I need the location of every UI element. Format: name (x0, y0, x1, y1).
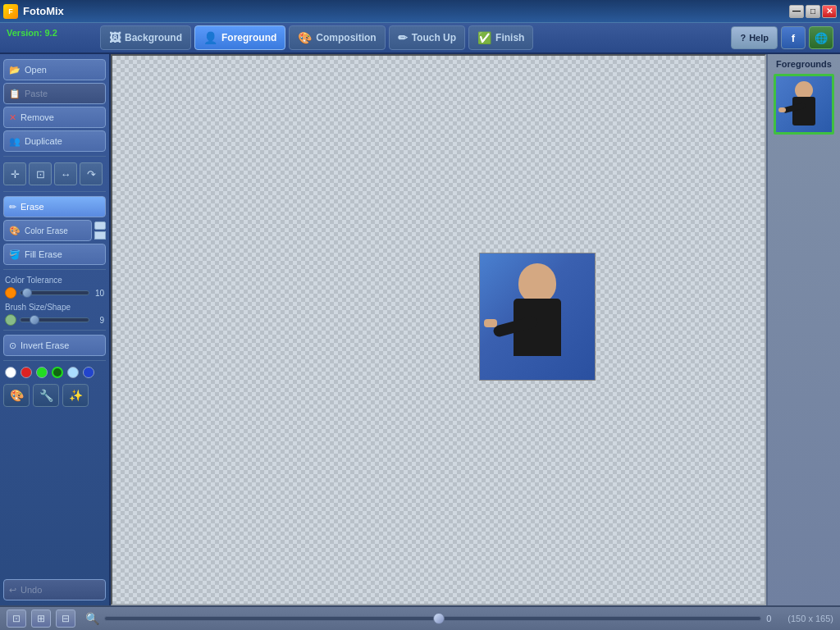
transform-tools: ✛ ⊡ ↔ ↷ (3, 161, 106, 187)
color-erase-label: Color Erase (25, 226, 68, 235)
tab-composition[interactable]: 🎨 Composition (289, 25, 385, 50)
main-layout: 📂 Open 📋 Paste ✕ Remove 👥 Duplicate ✛ ⊡ … (0, 54, 840, 605)
finish-icon: ✅ (477, 31, 491, 44)
fg-thumb-inner (776, 76, 832, 132)
tab-background[interactable]: 🖼 Background (100, 25, 191, 50)
color-tolerance-thumb[interactable] (22, 288, 32, 298)
zoom-fit-button[interactable]: ⊡ (7, 609, 26, 628)
fill-erase-button[interactable]: 🪣 Fill Erase (3, 244, 106, 265)
close-button[interactable]: ✕ (822, 5, 837, 18)
color-erase-button[interactable]: 🎨 Color Erase (3, 220, 92, 241)
canvas-inner[interactable] (111, 54, 766, 605)
background-label: Background (125, 32, 182, 43)
paste-label: Paste (25, 89, 48, 98)
foregrounds-title: Foregrounds (776, 59, 832, 69)
brush-size-slider-row: 9 (3, 314, 106, 326)
invert-erase-label: Invert Erase (21, 340, 69, 350)
divider-5 (3, 360, 106, 361)
brush-shapes (94, 221, 106, 240)
grid-icon: ⊞ (37, 613, 45, 624)
color-adjust-tool[interactable]: 🔧 (33, 384, 59, 407)
brush-size-label: Brush Size/Shape (3, 301, 106, 312)
right-panel: Foregrounds (766, 54, 840, 605)
zoom-tiles-button[interactable]: ⊟ (56, 609, 75, 628)
tolerance-decrease[interactable] (5, 287, 16, 299)
fit-icon: ⊡ (12, 613, 21, 624)
foreground-thumbnail[interactable] (774, 74, 834, 135)
open-icon: 📂 (9, 65, 21, 75)
background-icon: 🖼 (109, 31, 121, 44)
divider-2 (3, 191, 106, 192)
color-erase-row: 🎨 Color Erase (3, 220, 106, 241)
move-tool[interactable]: ✛ (3, 162, 26, 185)
duplicate-button[interactable]: 👥 Duplicate (3, 130, 106, 152)
paste-button[interactable]: 📋 Paste (3, 83, 106, 104)
facebook-button[interactable]: f (781, 26, 806, 49)
zoom-out-icon[interactable]: 🔍 (85, 612, 99, 625)
tab-foreground[interactable]: 👤 Foreground (194, 25, 285, 50)
erase-button[interactable]: ✏ Erase (3, 196, 106, 217)
color-dark-green[interactable] (52, 367, 63, 378)
mini-body (792, 97, 815, 126)
color-tools-row: 🎨 🔧 ✨ (3, 382, 106, 409)
help-icon: ? (740, 33, 746, 43)
person-image-inner (480, 253, 595, 380)
foreground-label: Foreground (221, 32, 276, 43)
duplicate-icon: 👥 (9, 136, 21, 147)
window-controls: — □ ✕ (789, 5, 837, 18)
version-text: Version: 9.2 (7, 28, 57, 38)
zoom-grid-button[interactable]: ⊞ (31, 609, 51, 628)
finish-label: Finish (495, 32, 524, 43)
color-tolerance-track[interactable] (20, 290, 89, 295)
tab-touchup[interactable]: ✏ Touch Up (389, 25, 465, 50)
minimize-button[interactable]: — (789, 5, 804, 18)
open-label: Open (25, 65, 47, 75)
color-light-blue[interactable] (67, 367, 79, 378)
tab-finish[interactable]: ✅ Finish (468, 25, 533, 50)
touchup-label: Touch Up (412, 32, 456, 43)
globe-button[interactable]: 🌐 (809, 26, 833, 49)
divider-3 (3, 269, 106, 270)
globe-icon: 🌐 (815, 32, 828, 44)
color-green[interactable] (36, 367, 48, 378)
paste-icon: 📋 (9, 89, 21, 99)
brush-size-value: 9 (93, 316, 104, 325)
crop-tool[interactable]: ⊡ (29, 162, 52, 185)
invert-erase-button[interactable]: ⊙ Invert Erase (3, 335, 106, 356)
composition-label: Composition (316, 32, 376, 43)
fill-erase-icon: 🪣 (9, 249, 21, 260)
brush-decrease[interactable] (5, 314, 16, 326)
color-picker-tool[interactable]: 🎨 (3, 384, 30, 407)
zoom-slider-area: 🔍 0 (85, 612, 778, 625)
zoom-track[interactable] (104, 616, 761, 621)
sidebar: 📂 Open 📋 Paste ✕ Remove 👥 Duplicate ✛ ⊡ … (0, 54, 111, 605)
divider-4 (3, 330, 106, 331)
help-button[interactable]: ? Help (731, 26, 778, 49)
color-dark-blue[interactable] (83, 367, 94, 378)
magic-wand-icon: ✨ (69, 389, 83, 402)
undo-button[interactable]: ↩ Undo (3, 579, 106, 600)
rotate-tool[interactable]: ↷ (80, 162, 103, 185)
tiles-icon: ⊟ (62, 613, 70, 624)
composition-icon: 🎨 (298, 31, 312, 44)
help-label: Help (749, 33, 769, 43)
color-tolerance-label: Color Tolerance (3, 274, 106, 285)
color-white[interactable] (5, 367, 16, 378)
flip-tool[interactable]: ↔ (54, 162, 77, 185)
brush-size-thumb[interactable] (30, 315, 39, 325)
remove-button[interactable]: ✕ Remove (3, 107, 106, 128)
round-brush[interactable] (94, 221, 106, 230)
brush-size-track[interactable] (20, 317, 89, 322)
magic-wand-tool[interactable]: ✨ (62, 384, 89, 407)
zoom-thumb[interactable] (433, 613, 445, 624)
foreground-image[interactable] (479, 253, 596, 381)
app-title: FotoMix (23, 5, 64, 17)
color-red[interactable] (21, 367, 32, 378)
color-tolerance-value: 10 (93, 289, 104, 298)
statusbar: ⊡ ⊞ ⊟ 🔍 0 (150 x 165) (0, 605, 840, 630)
maximize-button[interactable]: □ (806, 5, 820, 18)
open-button[interactable]: 📂 Open (3, 59, 106, 80)
canvas-area (111, 54, 766, 605)
square-brush[interactable] (94, 231, 106, 240)
erase-icon: ✏ (9, 202, 16, 212)
